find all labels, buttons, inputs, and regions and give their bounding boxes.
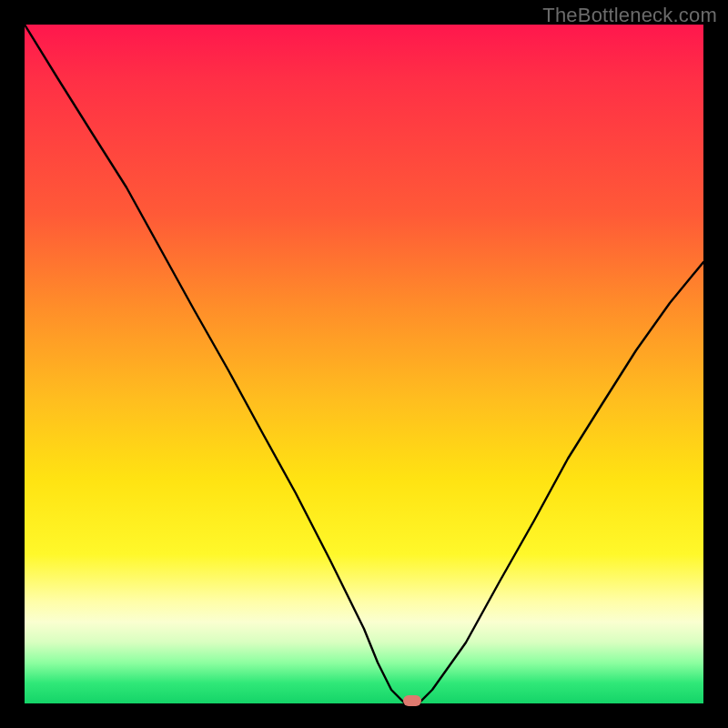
- bottleneck-curve: [25, 25, 703, 703]
- chart-frame: TheBottleneck.com: [0, 0, 728, 728]
- minimum-marker: [403, 695, 421, 706]
- plot-area: [25, 25, 703, 703]
